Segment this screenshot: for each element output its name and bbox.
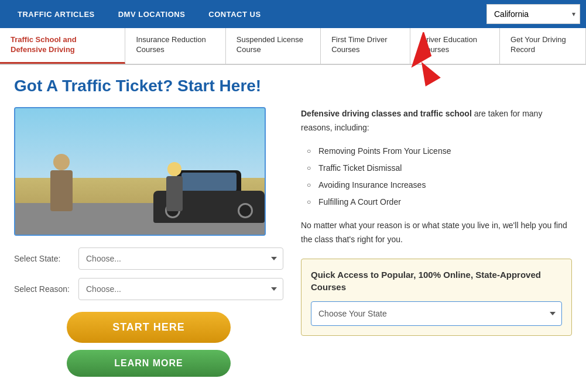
civilian-figure <box>166 162 183 211</box>
bullet-item-1: Removing Points From Your License <box>307 143 572 160</box>
civilian-head <box>167 162 181 176</box>
learn-more-button[interactable]: LEARN MORE <box>67 350 231 377</box>
bullet-item-4: Fulfilling A Court Order <box>307 194 572 211</box>
select-state-row: Select State: Choose... California Texas… <box>14 247 283 270</box>
officer-torso <box>50 170 73 211</box>
bullet-item-2: Traffic Ticket Dismissal <box>307 160 572 177</box>
officer-figure <box>50 154 73 211</box>
tab-insurance[interactable]: Insurance Reduction Courses <box>125 28 225 64</box>
traffic-scene-image <box>14 107 266 236</box>
traffic-articles-link[interactable]: TRAFFIC ARTICLES <box>6 2 107 27</box>
main-content: Got A Traffic Ticket? Start Here! <box>0 65 586 388</box>
tab-bar: Traffic School and Defensive Driving Ins… <box>0 28 586 65</box>
select-state-label: Select State: <box>14 254 78 263</box>
intro-bold: Defensive driving classes and traffic sc… <box>301 109 472 118</box>
nav-links: TRAFFIC ARTICLES DMV LOCATIONS CONTACT U… <box>6 2 486 27</box>
left-column: Select State: Choose... California Texas… <box>14 107 283 377</box>
quick-access-box: Quick Access to Popular, 100% Online, St… <box>301 259 572 336</box>
state-selector-wrapper: California Texas Florida New York ▾ <box>486 4 580 24</box>
quick-state-select[interactable]: Choose Your State California Texas Flori… <box>311 301 562 326</box>
bullet-item-3: Avoiding Insurance Increases <box>307 177 572 194</box>
state-dropdown[interactable]: California Texas Florida New York <box>486 4 580 24</box>
tab-driving-record[interactable]: Get Your Driving Record <box>500 28 586 64</box>
car-window <box>181 173 237 191</box>
page-title: Got A Traffic Ticket? Start Here! <box>14 77 572 95</box>
dmv-locations-link[interactable]: DMV LOCATIONS <box>107 2 197 27</box>
state-select-input[interactable]: Choose... California Texas Florida <box>78 247 283 270</box>
select-reason-row: Select Reason: Choose... Removing Points… <box>14 278 283 300</box>
tab-driver-ed[interactable]: Driver Education Courses <box>410 28 500 64</box>
footer-text: No matter what your reason is or what st… <box>301 219 572 247</box>
right-column: Defensive driving classes and traffic sc… <box>301 107 572 377</box>
select-reason-label: Select Reason: <box>14 284 78 294</box>
top-navigation: TRAFFIC ARTICLES DMV LOCATIONS CONTACT U… <box>0 0 586 28</box>
intro-text: Defensive driving classes and traffic sc… <box>301 107 572 135</box>
car-wheel-right <box>238 203 253 218</box>
bullet-list: Removing Points From Your License Traffi… <box>307 143 572 211</box>
quick-access-title: Quick Access to Popular, 100% Online, St… <box>311 269 562 293</box>
start-here-button[interactable]: START HERE <box>67 312 231 343</box>
civilian-torso <box>166 176 183 211</box>
car-top <box>177 170 241 194</box>
content-columns: Select State: Choose... California Texas… <box>14 107 572 377</box>
officer-head <box>53 154 70 170</box>
tab-traffic-school[interactable]: Traffic School and Defensive Driving <box>0 28 125 64</box>
tab-first-time[interactable]: First Time Driver Courses <box>321 28 410 64</box>
reason-select-input[interactable]: Choose... Removing Points Ticket Dismiss… <box>78 278 283 300</box>
tab-suspended[interactable]: Suspended License Course <box>226 28 321 64</box>
contact-us-link[interactable]: CONTACT US <box>197 2 272 27</box>
